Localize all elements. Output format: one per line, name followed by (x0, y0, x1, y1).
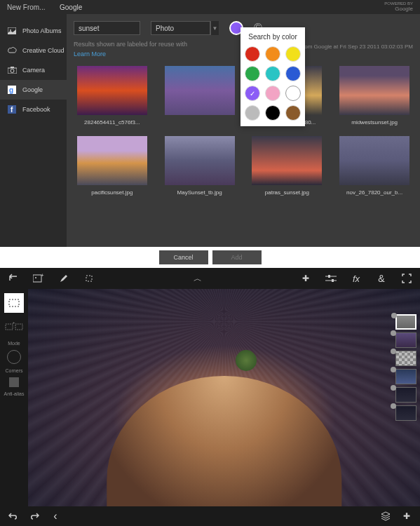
sidebar-item-label: Photo Albums (22, 27, 62, 34)
panel-title: New From... (0, 4, 60, 11)
type-dropdown[interactable]: Photo (151, 21, 210, 35)
layer-thumb[interactable] (395, 369, 416, 384)
svg-rect-17 (9, 299, 19, 306)
back-icon[interactable] (7, 272, 20, 285)
svg-rect-16 (332, 279, 334, 282)
collapse-up-icon[interactable]: ︿ (191, 272, 204, 285)
sidebar-item-label: Facebook (22, 106, 50, 113)
svg-rect-19 (15, 324, 22, 330)
result-thumb[interactable]: 2824654411_c576f3... (74, 66, 151, 126)
corners-label: Corners (6, 368, 23, 373)
layer-thumb[interactable] (395, 387, 416, 403)
result-thumb[interactable] (161, 66, 238, 126)
ampersand-icon[interactable]: & (375, 272, 388, 285)
thumbnail-image (165, 66, 235, 115)
sidebar-item-creative-cloud[interactable]: Creative Cloud (0, 41, 67, 60)
layers-icon[interactable] (379, 510, 392, 522)
search-input[interactable] (74, 21, 140, 35)
sidebar-item-label: Camera (22, 67, 45, 74)
corners-toggle[interactable] (7, 350, 21, 364)
fx-icon[interactable]: fx (350, 272, 363, 285)
svg-point-4 (11, 69, 14, 73)
svg-point-1 (10, 29, 11, 31)
layer-thumb[interactable] (395, 405, 416, 421)
thumbnail-image (252, 136, 322, 185)
add-image-icon[interactable]: + (32, 272, 45, 285)
layer-thumb[interactable] (395, 351, 416, 366)
facebook-icon: f (7, 104, 17, 114)
result-thumb[interactable]: midwestsunset.jpg (336, 66, 413, 126)
add-layer-icon[interactable]: ✚ (400, 510, 413, 522)
color-swatch[interactable] (285, 86, 301, 101)
anti-alias-label: Anti-alias (4, 391, 25, 396)
marquee-tool[interactable] (4, 293, 24, 313)
redo-icon[interactable] (28, 510, 41, 522)
svg-rect-18 (6, 324, 13, 330)
layer-thumb[interactable] (395, 314, 416, 330)
previous-icon[interactable]: ‹ (49, 510, 62, 522)
plus-icon[interactable]: ✚ (299, 272, 312, 285)
sidebar-item-photo-albums[interactable]: Photo Albums (0, 21, 67, 41)
camera-icon (7, 65, 17, 75)
svg-rect-3 (11, 67, 14, 68)
canvas-content (107, 376, 341, 506)
source-sidebar: Photo Albums Creative Cloud Camera g Goo… (0, 14, 67, 247)
color-swatch[interactable] (265, 46, 280, 62)
color-swatch[interactable] (245, 86, 260, 101)
result-thumb[interactable]: patras_sunset.jpg (249, 136, 326, 196)
source-label: Google (60, 4, 82, 11)
color-search-popup: Search by color (241, 27, 305, 126)
color-swatch[interactable] (265, 105, 280, 121)
sidebar-item-camera[interactable]: Camera (0, 60, 67, 80)
thumbnail-label: nov_26_7820_our_b... (346, 189, 402, 196)
thumbnail-label: pacificsunset.jpg (91, 189, 133, 196)
result-thumb[interactable]: nov_26_7820_our_b... (336, 136, 413, 196)
fullscreen-icon[interactable] (400, 272, 413, 285)
svg-text:+: + (41, 274, 44, 278)
svg-rect-12 (86, 276, 92, 281)
add-button[interactable]: Add (212, 250, 262, 264)
mode-label: Mode (8, 341, 20, 346)
new-from-panel: New From... Google POWERED BY Google Pho… (0, 0, 420, 247)
results-content: Photo ▼ © Results shown are labeled for … (67, 14, 420, 247)
result-thumb[interactable]: pacificsunset.jpg (74, 136, 151, 196)
color-swatch[interactable] (265, 86, 280, 101)
photo-albums-icon (7, 26, 17, 36)
color-swatch[interactable] (245, 46, 260, 62)
canvas-content (236, 350, 257, 371)
layer-thumb[interactable] (395, 332, 416, 348)
crop-icon[interactable] (83, 272, 95, 285)
cancel-button[interactable]: Cancel (159, 250, 208, 264)
thumbnail-image (339, 136, 409, 185)
thumbnail-image (77, 136, 147, 185)
editor-toolbar-top: + ︿ ✚ fx & (0, 268, 420, 289)
selection-add-tool[interactable]: + (4, 317, 24, 337)
color-swatch[interactable] (285, 105, 301, 121)
thumbnail-label: MaySunset_tb.jpg (177, 189, 222, 196)
sidebar-item-google[interactable]: g Google (0, 80, 67, 100)
powered-by-google: POWERED BY Google (384, 1, 413, 12)
svg-text:g: g (9, 86, 13, 94)
color-swatch[interactable] (285, 66, 301, 81)
layer-thumbnails (393, 314, 419, 421)
dropdown-arrow-icon[interactable]: ▼ (210, 21, 219, 35)
thumbnail-label: 2824654411_c576f3... (84, 119, 140, 126)
sidebar-item-facebook[interactable]: f Facebook (0, 100, 67, 119)
sidebar-item-label: Google (22, 86, 43, 93)
color-swatch[interactable] (245, 105, 260, 121)
brush-icon[interactable] (57, 272, 70, 285)
color-swatch[interactable] (285, 46, 301, 62)
svg-point-10 (35, 277, 36, 278)
undo-icon[interactable] (7, 510, 20, 522)
editor-bottom-bar: ‹ ✚ (0, 506, 420, 526)
google-icon: g (7, 85, 17, 95)
action-strip: Cancel Add (0, 247, 420, 268)
color-swatch[interactable] (245, 66, 260, 81)
canvas-area[interactable] (28, 289, 420, 506)
color-swatch[interactable] (265, 66, 280, 81)
result-thumb[interactable]: MaySunset_tb.jpg (161, 136, 238, 196)
adjust-icon[interactable] (325, 272, 337, 285)
thumbnail-label: patras_sunset.jpg (265, 189, 309, 196)
svg-rect-15 (328, 275, 330, 278)
anti-alias-toggle[interactable] (9, 377, 19, 387)
